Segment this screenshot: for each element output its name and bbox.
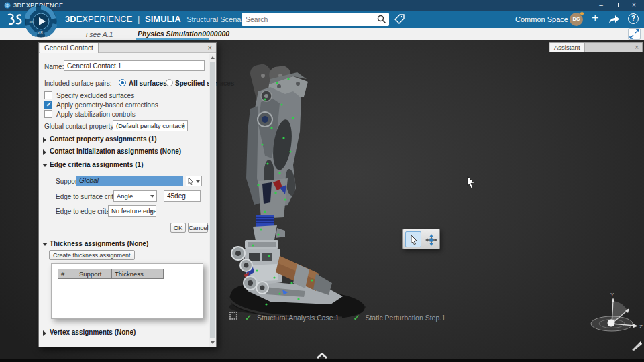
global-property-dropdown[interactable]: (Default penalty contact) <box>113 120 188 131</box>
axis-z-label: Z <box>639 324 643 330</box>
support-field[interactable]: Global <box>76 176 183 186</box>
edge-to-surface-dropdown[interactable]: Angle <box>113 190 157 202</box>
space-selector[interactable]: Common Space <box>515 15 578 23</box>
dialog-title-tab[interactable]: General Contact <box>40 43 99 53</box>
section-expanded-arrow-icon[interactable] <box>42 164 48 167</box>
collapse-panel-button[interactable] <box>628 28 641 40</box>
move-arrows-icon <box>425 234 437 246</box>
tab-i-see[interactable]: i see A.1 <box>86 30 113 38</box>
document-tab-bar: i see A.1 Physics Simulation0000000 + <box>0 28 644 40</box>
assistant-panel: Assistant × <box>549 42 643 52</box>
dropdown-arrow-icon <box>150 195 154 198</box>
mesh-grid-icon[interactable] <box>229 312 237 320</box>
checkbox-specify-excluded-label[interactable]: Specify excluded surfaces <box>56 92 134 99</box>
analysis-case-label[interactable]: Structural Analysis Case.1 <box>257 314 339 322</box>
table-header-thickness[interactable]: Thickness <box>111 269 164 279</box>
assistant-tab[interactable]: Assistant <box>550 43 585 52</box>
move-tool-button[interactable] <box>423 231 439 247</box>
bottom-edge <box>0 359 644 362</box>
section-contact-property[interactable]: Contact property assignments (1) <box>50 135 156 143</box>
select-tool-button[interactable] <box>405 231 421 247</box>
checkbox-specify-excluded[interactable] <box>44 91 52 99</box>
support-picker-button[interactable] <box>186 176 202 186</box>
dialog-header[interactable]: General Contact × <box>39 43 216 53</box>
name-input[interactable] <box>64 60 205 71</box>
radio-specified-surfaces-label[interactable]: Specified surfaces <box>175 80 234 87</box>
ok-button[interactable]: OK <box>170 223 186 233</box>
collapse-arrows-icon <box>629 29 640 39</box>
avatar-status-badge <box>580 11 584 16</box>
add-content-button[interactable]: + <box>592 11 599 25</box>
share-icon[interactable] <box>608 14 620 25</box>
search-icon[interactable] <box>377 15 386 24</box>
global-property-label: Global contact property: <box>44 123 115 130</box>
cursor-select-icon <box>408 234 420 246</box>
checkbox-stabilization-label[interactable]: Apply stabilization controls <box>56 111 136 118</box>
create-thickness-button[interactable]: Create thickness assignment <box>49 250 135 260</box>
search-input[interactable] <box>241 13 373 26</box>
checkbox-stabilization[interactable] <box>44 110 52 118</box>
compass-vr-label: V.R <box>38 30 43 34</box>
checkbox-geometry-corrections-label[interactable]: Apply geometry-based corrections <box>56 101 158 109</box>
close-button[interactable]: × <box>627 0 641 10</box>
dassault-3ds-logo-icon <box>5 12 24 27</box>
viewport-mini-toolbar <box>402 229 440 249</box>
search-box[interactable] <box>241 13 389 26</box>
axis-triad[interactable]: Y Z <box>588 290 644 334</box>
axis-y-label: Y <box>610 292 614 298</box>
table-header-num[interactable]: # <box>58 269 76 279</box>
assistant-close-icon[interactable]: × <box>635 43 639 52</box>
prosthetic-leg-model[interactable] <box>218 44 376 319</box>
app-bar: 3DEXPERIENCE | SIMULIA Structural Scenar… <box>0 11 644 28</box>
dropdown-arrow-icon <box>196 180 200 183</box>
minimize-button[interactable]: – <box>594 0 608 10</box>
tag-icon[interactable] <box>394 13 406 25</box>
radio-all-surfaces-label[interactable]: All surfaces <box>129 80 167 87</box>
section-collapsed-arrow-icon[interactable] <box>43 149 46 155</box>
section-collapsed-arrow-icon[interactable] <box>43 330 46 336</box>
dropdown-arrow-icon <box>150 210 154 213</box>
section-edge-criteria[interactable]: Edge criteria assignments (1) <box>50 161 144 168</box>
cancel-button[interactable]: Cancel <box>188 223 208 233</box>
pick-cursor-icon <box>188 178 194 185</box>
window-titlebar: 3DEXPERIENCE – × <box>0 0 644 11</box>
radio-specified-surfaces[interactable] <box>166 79 173 86</box>
name-label: Name: <box>44 63 64 70</box>
simulation-status-row: ✓ Structural Analysis Case.1 ✓ Static Pe… <box>229 312 458 321</box>
scroll-up-icon[interactable] <box>211 56 215 59</box>
scroll-down-icon[interactable] <box>211 341 215 344</box>
thickness-table: # Support Thickness <box>51 263 203 319</box>
edge-to-edge-dropdown[interactable]: No feature edges <box>108 205 156 217</box>
radio-all-surfaces[interactable] <box>119 79 126 86</box>
app-globe-icon <box>4 2 11 9</box>
maximize-button[interactable] <box>614 3 619 7</box>
dialog-close-icon[interactable]: × <box>208 43 212 53</box>
case-check-icon: ✓ <box>245 313 252 322</box>
expand-action-bar-chevron-icon[interactable] <box>316 353 328 359</box>
step-check-icon: ✓ <box>353 313 360 322</box>
section-vertex[interactable]: Vertex assignments (None) <box>50 328 136 336</box>
section-expanded-arrow-icon[interactable] <box>42 243 48 246</box>
included-pairs-label: Included surface pairs: <box>44 80 112 87</box>
section-thickness[interactable]: Thickness assignments (None) <box>50 240 148 247</box>
checkbox-geometry-corrections[interactable] <box>44 101 52 109</box>
new-tab-button[interactable]: + <box>216 29 221 39</box>
3dexperience-compass[interactable]: 3D V.R <box>25 5 57 38</box>
perturbation-step-label[interactable]: Static Perturbation Step.1 <box>365 314 445 322</box>
general-contact-dialog: General Contact × Name: Included surface… <box>38 42 217 347</box>
scrollbar-thumb[interactable] <box>210 62 215 338</box>
angle-input[interactable] <box>164 190 201 202</box>
dialog-scrollbar[interactable] <box>209 54 216 347</box>
resize-grip-icon[interactable] <box>631 340 642 351</box>
help-icon[interactable]: ? <box>628 13 639 24</box>
dropdown-arrow-icon <box>181 125 185 127</box>
section-collapsed-arrow-icon[interactable] <box>43 137 46 143</box>
table-header-support[interactable]: Support <box>76 269 112 279</box>
section-contact-initialization[interactable]: Contact initialization assignments (None… <box>50 147 181 155</box>
compass-3d-label: 3D <box>29 20 34 24</box>
mouse-cursor-icon <box>466 176 476 189</box>
